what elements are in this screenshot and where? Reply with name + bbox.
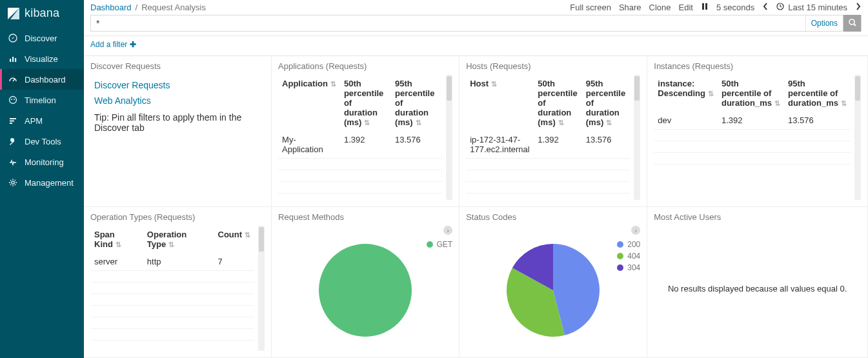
applications-table: Application⇅ 50th percentile of duration… xyxy=(278,75,442,194)
query-options-button[interactable]: Options xyxy=(805,15,843,31)
breadcrumb-root[interactable]: Dashboard xyxy=(90,3,132,12)
legend-item[interactable]: GET xyxy=(427,240,453,249)
th-instance[interactable]: instance: Descending⇅ xyxy=(654,75,718,112)
svg-rect-3 xyxy=(10,59,11,62)
breadcrumb-sep: / xyxy=(136,3,138,12)
edit-button[interactable]: Edit xyxy=(679,3,693,12)
sidebar-item-monitoring[interactable]: Monitoring xyxy=(0,152,84,172)
sidebar-item-devtools[interactable]: Dev Tools xyxy=(0,131,84,152)
gear-icon xyxy=(8,177,18,188)
th-count[interactable]: Count⇅ xyxy=(214,226,255,253)
th-op-type[interactable]: Operation Type⇅ xyxy=(143,226,214,253)
chevron-right-icon: › xyxy=(635,227,637,234)
no-results-message: No results displayed because all values … xyxy=(654,226,861,351)
add-filter-button[interactable]: Add a filter ✚ xyxy=(90,40,136,49)
legend-swatch xyxy=(617,264,623,271)
breadcrumb: Dashboard / Request Analysis xyxy=(90,3,206,12)
panel-title: Applications (Requests) xyxy=(278,61,452,71)
th-p50[interactable]: 50th percentile of duration (ms)⇅ xyxy=(534,75,582,131)
cell-p95: 13.576 xyxy=(391,131,442,159)
panel-applications: Applications (Requests) Application⇅ 50t… xyxy=(272,56,459,207)
cell-p95: 13.576 xyxy=(784,112,851,130)
sidebar-item-dashboard[interactable]: Dashboard xyxy=(0,69,84,90)
share-button[interactable]: Share xyxy=(619,3,641,12)
cell-p95: 13.576 xyxy=(582,131,631,159)
filter-bar: Add a filter ✚ xyxy=(84,36,868,56)
legend-item[interactable]: 304 xyxy=(617,263,640,272)
th-p95[interactable]: 95th percentile of duration_ms⇅ xyxy=(784,75,851,112)
th-application[interactable]: Application⇅ xyxy=(278,75,340,131)
search-input[interactable] xyxy=(105,15,805,31)
sort-icon: ⇅ xyxy=(708,90,714,97)
sidebar-item-management[interactable]: Management xyxy=(0,172,84,193)
clock-icon xyxy=(776,3,784,12)
refresh-interval[interactable]: 5 seconds xyxy=(716,3,754,12)
sidebar-item-label: APM xyxy=(25,116,43,126)
svg-rect-11 xyxy=(10,121,14,122)
compass-icon xyxy=(8,33,18,43)
heartbeat-icon xyxy=(8,157,18,167)
clone-button[interactable]: Clone xyxy=(649,3,671,12)
panel-instances: Instances (Requests) instance: Descendin… xyxy=(647,56,868,207)
legend-swatch xyxy=(617,241,623,248)
sort-icon: ⇅ xyxy=(841,99,847,107)
table-row[interactable]: My-Application 1.392 13.576 xyxy=(278,131,442,159)
svg-point-27 xyxy=(319,244,412,337)
sidebar-item-label: Management xyxy=(25,178,74,188)
svg-rect-12 xyxy=(10,123,12,124)
table-row[interactable]: dev 1.392 13.576 xyxy=(654,112,851,130)
time-range-button[interactable]: Last 15 minutes xyxy=(776,3,847,12)
svg-line-21 xyxy=(15,180,15,181)
sidebar-item-discover[interactable]: Discover xyxy=(0,28,84,48)
search-button[interactable] xyxy=(843,15,861,32)
legend-toggle-button[interactable]: › xyxy=(631,226,640,235)
apm-icon xyxy=(8,115,18,126)
svg-rect-4 xyxy=(12,57,14,62)
th-p50[interactable]: 50th percentile of duration (ms)⇅ xyxy=(340,75,391,131)
cell-p50: 1.392 xyxy=(340,131,391,159)
table-row[interactable]: ip-172-31-47-177.ec2.internal 1.392 13.5… xyxy=(466,131,630,159)
th-span-kind[interactable]: Span Kind⇅ xyxy=(90,226,143,253)
panel-status-codes: Status Codes › 200 404 304 xyxy=(459,207,647,358)
svg-line-20 xyxy=(10,184,11,185)
svg-rect-23 xyxy=(705,3,707,10)
table-row[interactable]: server http 7 xyxy=(90,253,254,271)
scrollbar[interactable] xyxy=(854,75,861,200)
cell-p50: 1.392 xyxy=(718,112,784,130)
th-p50[interactable]: 50th percentile of duration_ms⇅ xyxy=(718,75,784,112)
panel-most-active-users: Most Active Users No results displayed b… xyxy=(647,207,868,358)
optypes-table: Span Kind⇅ Operation Type⇅ Count⇅ server… xyxy=(90,226,254,341)
scrollbar[interactable] xyxy=(634,75,640,200)
hosts-table: Host⇅ 50th percentile of duration (ms)⇅ … xyxy=(466,75,630,194)
th-host[interactable]: Host⇅ xyxy=(466,75,534,131)
legend-toggle-button[interactable]: › xyxy=(443,226,452,235)
pause-button[interactable] xyxy=(701,3,709,12)
link-web-analytics[interactable]: Web Analytics xyxy=(94,95,265,106)
legend: › 200 404 304 xyxy=(617,226,640,272)
cell-app: My-Application xyxy=(278,131,340,159)
pause-icon xyxy=(701,3,709,12)
time-next-button[interactable] xyxy=(855,3,862,12)
cell-op: http xyxy=(143,253,214,271)
brand-name: kibana xyxy=(25,6,59,20)
legend-item[interactable]: 200 xyxy=(617,240,640,249)
breadcrumb-current: Request Analysis xyxy=(141,3,206,12)
sidebar-item-apm[interactable]: APM xyxy=(0,110,84,131)
sidebar-item-visualize[interactable]: Visualize xyxy=(0,48,84,69)
sort-icon: ⇅ xyxy=(558,119,564,126)
th-p95[interactable]: 95th percentile of duration (ms)⇅ xyxy=(582,75,631,131)
sidebar-item-timelion[interactable]: Timelion xyxy=(0,90,84,110)
svg-line-26 xyxy=(854,24,856,26)
panel-hosts: Hosts (Requests) Host⇅ 50th percentile o… xyxy=(459,56,647,207)
legend-swatch xyxy=(617,253,623,259)
panel-title: Request Methods xyxy=(278,212,452,222)
scrollbar[interactable] xyxy=(258,226,265,351)
time-prev-button[interactable] xyxy=(762,3,769,12)
full-screen-button[interactable]: Full screen xyxy=(570,3,611,12)
main: Dashboard / Request Analysis Full screen… xyxy=(84,0,868,358)
scrollbar[interactable] xyxy=(446,75,452,200)
th-p95[interactable]: 95th percentile of duration (ms)⇅ xyxy=(391,75,442,131)
legend-item[interactable]: 404 xyxy=(617,252,640,261)
svg-point-8 xyxy=(11,99,12,100)
link-discover-requests[interactable]: Discover Requests xyxy=(94,80,265,90)
